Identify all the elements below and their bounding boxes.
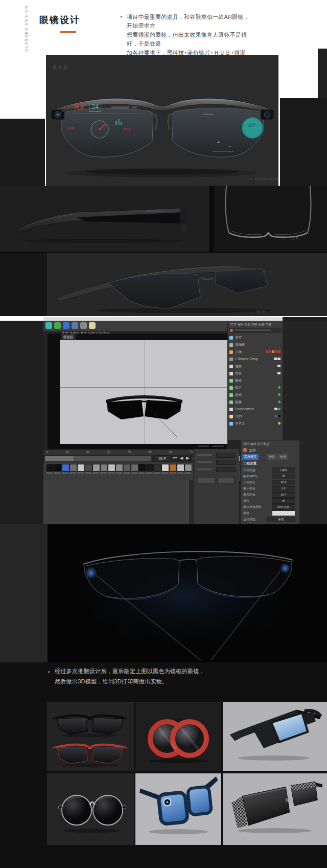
material-thumb[interactable]	[131, 464, 138, 472]
material-thumb[interactable]	[115, 464, 123, 472]
material-thumb[interactable]	[85, 464, 92, 472]
gallery-tile-blue-chunky[interactable]	[135, 773, 221, 845]
attribute-row[interactable]: 最小时长0 F	[243, 486, 297, 492]
object-tree-row[interactable]: 背景	[228, 371, 282, 377]
object-tree-row[interactable]: 地面	[228, 364, 282, 370]
section-gap	[43, 317, 283, 321]
material-thumb[interactable]	[161, 464, 169, 472]
timeline-scrubber[interactable]	[44, 456, 152, 462]
attr-value[interactable]: 30	[272, 474, 295, 479]
object-tree-row[interactable]: 天空	[228, 335, 282, 342]
object-label: 镜片	[235, 386, 242, 390]
attr-value[interactable]	[272, 510, 295, 516]
object-tree-row[interactable]: 镜框	[228, 392, 282, 399]
quarter-view-image[interactable]: — 侧视	[47, 253, 327, 316]
gallery-tile-black-red-browline[interactable]	[47, 702, 134, 771]
tool-icon[interactable]	[63, 322, 69, 329]
object-tree-row[interactable]: 天空.1	[228, 421, 282, 428]
attribute-tab-active[interactable]: 工程设置	[242, 454, 259, 460]
final-render-image[interactable]: 最终版 RX	[46, 55, 278, 186]
material-thumb[interactable]	[69, 464, 77, 472]
viewport-left-strip	[48, 333, 60, 449]
material-thumb[interactable]	[54, 464, 62, 472]
material-thumb[interactable]	[146, 464, 154, 472]
project-icon	[243, 448, 247, 452]
viewport-body[interactable]	[60, 340, 227, 444]
viewport-header[interactable]: 透视图	[60, 333, 227, 340]
material-thumb[interactable]	[138, 464, 146, 472]
side-view-image[interactable]	[0, 186, 209, 252]
object-manager-menu[interactable]: 文件 编辑 查看 对象 标签 书签	[230, 322, 271, 327]
object-tree-row[interactable]: 眼镜	[228, 378, 282, 385]
go-start-button[interactable]: ⏮	[173, 456, 177, 461]
material-thumb[interactable]	[184, 464, 192, 472]
tool-icon[interactable]	[80, 322, 87, 329]
material-thumb[interactable]	[92, 464, 100, 472]
attribute-tab[interactable]: 信息	[267, 454, 277, 460]
tool-icon[interactable]	[54, 322, 61, 329]
object-tree-row[interactable]: L Render Setup	[228, 357, 282, 363]
object-tree-row[interactable]: 镜腿	[228, 399, 282, 406]
top-view-wireframe	[214, 186, 327, 252]
object-label: 镜框	[235, 393, 242, 397]
gallery-tile-pixel-mesh[interactable]	[223, 773, 327, 845]
article-page: GLASSES DESIGN 眼镜设计 ● 项目中最重要的道具，和谷歌类似一款A…	[0, 0, 327, 868]
attribute-tab[interactable]: 参考	[278, 454, 288, 460]
material-thumb[interactable]	[169, 464, 177, 472]
attr-value[interactable]: 90 F	[272, 492, 295, 498]
material-thumb[interactable]	[62, 464, 69, 472]
coord-button[interactable]	[198, 478, 215, 483]
play-button[interactable]: ▶	[186, 456, 189, 460]
object-tree-row[interactable]: 镜片	[228, 385, 282, 392]
material-thumb[interactable]	[154, 464, 161, 472]
timeline-tick: 10	[65, 450, 69, 455]
attribute-row[interactable]: 颜色	[243, 510, 297, 517]
object-label: 天空	[235, 336, 242, 340]
attr-value[interactable]: 标准	[267, 517, 295, 522]
attribute-row[interactable]: 场次无	[243, 498, 297, 504]
attribute-row[interactable]: 默认对象颜色60% 灰色	[243, 504, 297, 510]
tool-icon[interactable]	[72, 322, 78, 329]
gallery-tile-red-round[interactable]	[135, 702, 221, 771]
tool-icon[interactable]	[89, 322, 96, 329]
attr-value[interactable]: 1 厘米	[272, 468, 295, 473]
attribute-row[interactable]: 最大时长90 F	[243, 492, 297, 498]
gallery-tile-sport-blue-lens[interactable]	[223, 702, 327, 771]
material-thumb[interactable]	[123, 464, 131, 472]
attr-label: 帧率(FPS)	[243, 474, 258, 479]
attribute-menu[interactable]: 模式 编辑 用户数据	[243, 442, 269, 447]
attr-label: 工程时长	[243, 480, 255, 485]
bullet-icon: ●	[48, 670, 50, 674]
hud-left-tag: A143	[67, 127, 75, 130]
object-tree-row[interactable]: Environment	[228, 407, 282, 413]
viewport-tab[interactable]: 透视图	[61, 334, 76, 340]
material-thumb[interactable]	[77, 464, 85, 472]
attr-value[interactable]: 无	[272, 498, 295, 504]
attribute-row[interactable]: 帧率(FPS)30	[243, 474, 297, 480]
tool-icon[interactable]	[45, 322, 52, 329]
object-label: Environment	[235, 407, 254, 411]
attr-value[interactable]: 90 F	[272, 480, 295, 485]
material-thumb[interactable]	[100, 464, 108, 472]
object-path-bar[interactable]	[229, 328, 282, 333]
coordinates-panel[interactable]	[193, 449, 239, 524]
c4d-screenshot[interactable]: 查看 摄像机 显示 选项 过滤 面板 透视图 文件 编辑 查看 对象 标签 书签	[43, 321, 327, 524]
gallery-tile-round-wire[interactable]	[47, 773, 134, 845]
object-tree-row[interactable]: 摄像机	[228, 342, 282, 349]
material-thumb[interactable]	[46, 464, 54, 472]
object-tree-row[interactable]: Light	[228, 414, 282, 420]
prev-frame-button[interactable]: ◀	[180, 456, 183, 460]
object-label: Light	[235, 414, 242, 418]
attribute-row[interactable]: 工程时长90 F	[243, 480, 297, 486]
attr-value[interactable]: 0 F	[272, 486, 295, 492]
coord-button[interactable]	[217, 478, 235, 483]
material-thumb[interactable]	[177, 464, 184, 472]
scrub-handle[interactable]	[45, 456, 74, 461]
attribute-row[interactable]: 工程缩放1 厘米	[243, 468, 297, 474]
material-thumb[interactable]	[108, 464, 115, 472]
attribute-row[interactable]: 运动系统标准	[243, 517, 297, 523]
attr-value[interactable]: 60% 灰色	[272, 504, 295, 510]
dark-glasses-hero-image[interactable]	[48, 524, 327, 662]
top-view-image[interactable]: — TOP	[214, 186, 327, 252]
object-tree-row[interactable]: 人物	[228, 349, 282, 356]
